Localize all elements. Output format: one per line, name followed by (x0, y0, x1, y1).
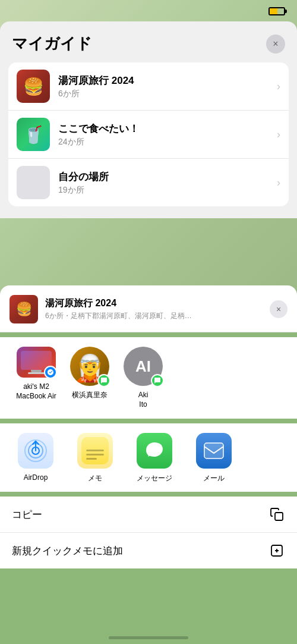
guide-list: 湯河原旅行 2024 6か所 › ここで食べたい！ 24か所 › 自分の場所 1… (8, 62, 289, 206)
contact-name-macbook: aki's M2MacBook Air (16, 382, 56, 401)
contact-item-macbook[interactable]: aki's M2MacBook Air (10, 347, 63, 409)
quicknote-action-label: 新規クイックメモに追加 (12, 544, 123, 558)
guide-thumb-2 (17, 118, 50, 151)
guide-item-2[interactable]: ここで食べたい！ 24か所 › (8, 111, 289, 159)
contacts-row: aki's M2MacBook Air 🧝 横浜真里奈 (0, 347, 297, 409)
chevron-right-icon: › (277, 128, 280, 141)
app-item-mail[interactable]: メール (184, 433, 244, 483)
notes-app-icon (77, 433, 113, 469)
app-item-airdrop[interactable]: AirDrop (6, 433, 65, 483)
guide-name-3: 自分の場所 (58, 170, 277, 184)
share-header-subtitle: 6か所・足柄下郡湯河原町、湯河原町、足柄… (45, 311, 270, 321)
mail-app-icon (196, 433, 232, 469)
messages-app-icon (137, 433, 172, 469)
apps-row: AirDrop メモ (0, 433, 297, 483)
chevron-right-icon: › (277, 177, 280, 189)
quicknote-action-row[interactable]: 新規クイックメモに追加 (0, 533, 297, 568)
copy-action-label: コピー (12, 508, 42, 522)
my-guide-close-button[interactable]: × (266, 34, 285, 54)
svg-rect-6 (275, 513, 283, 520)
battery-icon (268, 7, 285, 15)
actions-section: コピー 新規クイックメモに追加 (0, 497, 297, 568)
guide-count-2: 24か所 (58, 137, 277, 147)
airdrop-badge (44, 366, 57, 379)
messages-app-name: メッセージ (137, 473, 172, 483)
guide-item-1[interactable]: 湯河原旅行 2024 6か所 › (8, 62, 289, 111)
guide-count-3: 19か所 (58, 185, 277, 196)
contacts-section: aki's M2MacBook Air 🧝 横浜真里奈 (0, 337, 297, 419)
share-sheet: 🍔 湯河原旅行 2024 6か所・足柄下郡湯河原町、湯河原町、足柄… × (0, 285, 297, 644)
guide-thumb-3 (17, 166, 50, 199)
airdrop-app-icon (18, 433, 53, 469)
guide-count-1: 6か所 (58, 89, 277, 99)
guide-name-1: 湯河原旅行 2024 (58, 74, 277, 87)
share-header: 🍔 湯河原旅行 2024 6か所・足柄下郡湯河原町、湯河原町、足柄… × (0, 285, 297, 332)
chevron-right-icon: › (277, 80, 280, 93)
airdrop-app-name: AirDrop (24, 473, 48, 482)
my-guide-title: マイガイド (12, 33, 92, 54)
copy-action-row[interactable]: コピー (0, 497, 297, 533)
my-guide-sheet: マイガイド × 湯河原旅行 2024 6か所 › ここで食べたい！ 24か所 › (0, 21, 297, 218)
app-item-notes[interactable]: メモ (65, 433, 125, 483)
app-item-messages[interactable]: メッセージ (125, 433, 184, 483)
notes-app-name: メモ (88, 473, 102, 483)
share-header-thumb: 🍔 (10, 295, 38, 323)
my-guide-header: マイガイド × (0, 21, 297, 62)
contact-name-aki: AkiIto (138, 391, 148, 409)
mail-app-name: メール (203, 473, 225, 483)
guide-thumb-1 (17, 70, 50, 103)
share-close-button[interactable]: × (270, 300, 287, 318)
copy-icon (268, 506, 285, 523)
guide-name-2: ここで食べたい！ (58, 122, 277, 136)
guide-item-3[interactable]: 自分の場所 19か所 › (8, 159, 289, 206)
share-header-title: 湯河原旅行 2024 (45, 297, 270, 310)
contact-item-aki[interactable]: AI AkiIto (116, 347, 170, 409)
message-badge-aki (151, 374, 164, 387)
svg-rect-4 (204, 443, 223, 458)
message-badge-yokohama (97, 374, 110, 387)
contact-name-yokohama: 横浜真里奈 (72, 391, 108, 400)
contact-item-yokohama[interactable]: 🧝 横浜真里奈 (63, 347, 116, 409)
quicknote-icon (268, 542, 285, 559)
apps-section: AirDrop メモ (0, 423, 297, 492)
